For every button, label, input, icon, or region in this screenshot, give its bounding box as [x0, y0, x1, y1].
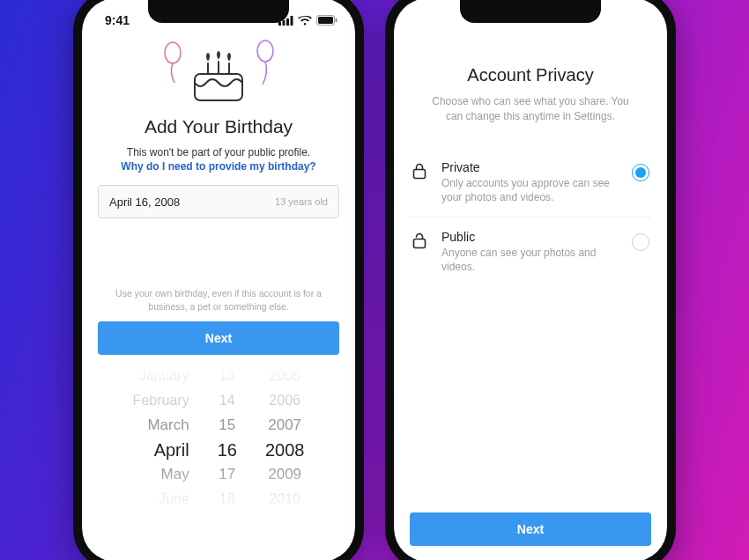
subtitle: This won't be part of your public profil…: [98, 146, 339, 158]
next-button-label: Next: [205, 331, 232, 345]
page-title: Add Your Birthday: [98, 116, 339, 137]
option-text: Public Anyone can see your photos and vi…: [441, 230, 619, 274]
option-private[interactable]: Private Only accounts you approve can se…: [410, 148, 651, 217]
picker-year[interactable]: 2006: [269, 388, 300, 413]
picker-day[interactable]: 18: [219, 487, 235, 512]
svg-rect-6: [336, 18, 337, 22]
picker-year[interactable]: 2011: [269, 512, 300, 513]
picker-day[interactable]: 19: [219, 512, 235, 513]
screen-birthday: 9:41: [82, 0, 355, 560]
picker-year[interactable]: 2010: [269, 487, 300, 512]
subtitle: Choose who can see what you share. You c…: [410, 94, 651, 125]
birthday-age: 13 years old: [275, 196, 328, 207]
next-button[interactable]: Next: [410, 512, 651, 546]
next-button-label: Next: [517, 522, 544, 536]
phone-birthday: 9:41: [73, 0, 364, 560]
background: 9:41: [0, 0, 749, 560]
svg-rect-5: [318, 17, 333, 24]
picker-year[interactable]: 2005: [269, 364, 300, 388]
picker-col-year[interactable]: 2005 2006 2007 2008 2009 2010 2011: [265, 364, 305, 513]
privacy-options: Private Only accounts you approve can se…: [410, 148, 651, 287]
picker-month[interactable]: February: [133, 388, 189, 413]
svg-rect-9: [195, 74, 242, 100]
date-picker[interactable]: January February March April May June Ju…: [98, 364, 339, 513]
wifi-icon: [298, 16, 312, 26]
picker-day[interactable]: 15: [219, 413, 235, 438]
svg-point-8: [257, 41, 273, 62]
status-time: 9:41: [105, 13, 130, 27]
svg-rect-3: [291, 16, 293, 26]
svg-rect-10: [414, 169, 426, 178]
lock-closed-icon: [412, 162, 429, 183]
battery-icon: [316, 15, 337, 26]
birthday-value: April 16, 2008: [109, 195, 180, 209]
next-button[interactable]: Next: [98, 321, 339, 355]
screen-privacy: . . Account Privacy Choose who can see w…: [394, 0, 667, 560]
option-public[interactable]: Public Anyone can see your photos and vi…: [410, 217, 651, 286]
option-text: Private Only accounts you approve can se…: [441, 160, 619, 204]
picker-day[interactable]: 13: [219, 364, 235, 388]
picker-month[interactable]: July: [164, 512, 189, 513]
birthday-hint: Use your own birthday, even if this acco…: [98, 287, 339, 313]
birthday-field[interactable]: April 16, 2008 13 years old: [98, 185, 339, 218]
picker-year[interactable]: 2009: [268, 462, 301, 487]
picker-month[interactable]: March: [147, 413, 189, 438]
picker-day-selected[interactable]: 16: [218, 438, 237, 462]
page-title: Account Privacy: [410, 65, 651, 85]
phone-privacy: . . Account Privacy Choose who can see w…: [385, 0, 676, 560]
picker-day[interactable]: 17: [219, 462, 235, 487]
device-notch: [148, 0, 289, 23]
lock-open-icon: [412, 232, 429, 253]
picker-col-day[interactable]: 13 14 15 16 17 18 19: [218, 364, 237, 513]
picker-month-selected[interactable]: April: [154, 438, 189, 462]
picker-month[interactable]: June: [159, 487, 189, 512]
cake-balloons-icon: [157, 39, 280, 107]
radio-private[interactable]: [632, 164, 649, 181]
device-notch: [460, 0, 601, 23]
picker-col-month[interactable]: January February March April May June Ju…: [133, 364, 189, 513]
radio-public[interactable]: [632, 233, 649, 251]
picker-year-selected[interactable]: 2008: [265, 438, 305, 462]
picker-month[interactable]: January: [139, 364, 189, 388]
why-birthday-link[interactable]: Why do I need to provide my birthday?: [98, 160, 339, 173]
picker-month[interactable]: May: [161, 462, 189, 487]
cake-illustration: [98, 39, 339, 107]
option-desc: Anyone can see your photos and videos.: [441, 246, 619, 274]
svg-rect-11: [414, 239, 426, 248]
option-title: Public: [441, 230, 619, 244]
svg-rect-2: [286, 18, 289, 26]
svg-rect-1: [283, 20, 286, 26]
option-desc: Only accounts you approve can see your p…: [441, 176, 619, 204]
picker-year[interactable]: 2007: [268, 413, 301, 438]
option-title: Private: [441, 160, 619, 174]
picker-day[interactable]: 14: [219, 388, 235, 413]
svg-point-7: [165, 42, 181, 63]
status-indicators: [278, 15, 337, 26]
